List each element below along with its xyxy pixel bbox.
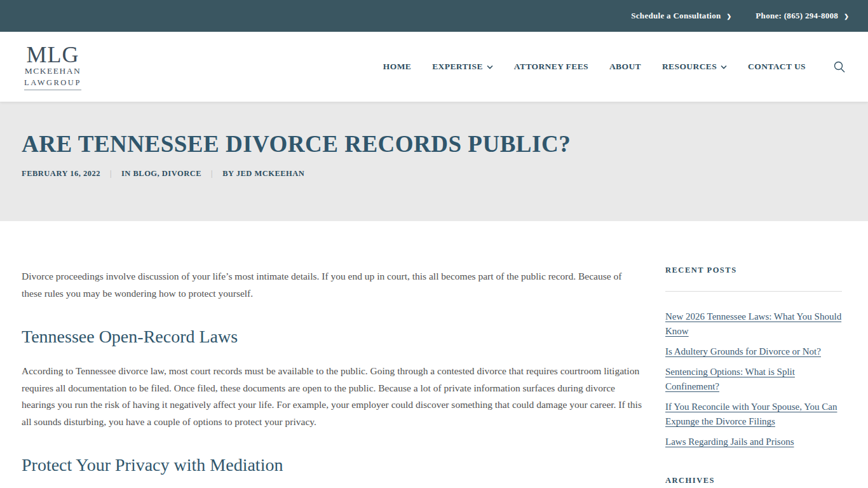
search-icon[interactable]: [833, 60, 846, 73]
recent-posts-heading: RECENT POSTS: [665, 266, 842, 275]
page-title-band: ARE TENNESSEE DIVORCE RECORDS PUBLIC? FE…: [0, 102, 868, 221]
nav-label: RESOURCES: [662, 62, 717, 72]
nav-label: ABOUT: [609, 62, 641, 72]
phone-link[interactable]: Phone: (865) 294-8008 ❯: [756, 11, 849, 21]
nav-label: ATTORNEY FEES: [514, 62, 588, 72]
section-heading-mediation: Protect Your Privacy with Mediation: [22, 454, 642, 476]
nav-label: HOME: [383, 62, 411, 72]
meta-separator: |: [211, 169, 213, 179]
schedule-consultation-link[interactable]: Schedule a Consultation ❯: [631, 11, 731, 21]
section-heading-open-record-laws: Tennessee Open-Record Laws: [22, 326, 642, 348]
recent-post-link[interactable]: New 2026 Tennessee Laws: What You Should…: [665, 309, 842, 339]
logo-initials: MLG: [24, 44, 81, 65]
archives-heading: ARCHIVES: [665, 476, 842, 485]
logo-name-line: MCKEEHAN: [24, 65, 81, 76]
phone-label: Phone: (865) 294-8008: [756, 11, 838, 21]
nav-item-resources[interactable]: RESOURCES: [662, 62, 727, 72]
chevron-down-icon: [721, 65, 727, 69]
arrow-right-icon: ❯: [727, 13, 732, 20]
post-date: FEBRUARY 16, 2022: [22, 169, 100, 179]
sidebar: RECENT POSTS New 2026 Tennessee Laws: Wh…: [665, 221, 842, 488]
site-header: MLG MCKEEHAN LAWGROUP HOME EXPERTISE ATT…: [0, 32, 868, 102]
nav-item-expertise[interactable]: EXPERTISE: [432, 62, 493, 72]
meta-separator: |: [110, 169, 112, 179]
schedule-consultation-label: Schedule a Consultation: [631, 11, 721, 21]
content-area: Divorce proceedings involve discussion o…: [0, 221, 868, 488]
arrow-right-icon: ❯: [844, 13, 849, 20]
nav-label: CONTACT US: [748, 62, 806, 72]
recent-post-link[interactable]: Is Adultery Grounds for Divorce or Not?: [665, 344, 842, 359]
page-title: ARE TENNESSEE DIVORCE RECORDS PUBLIC?: [22, 130, 846, 158]
post-author-link[interactable]: BY JED MCKEEHAN: [222, 169, 304, 179]
recent-post-link[interactable]: Laws Regarding Jails and Prisons: [665, 435, 842, 449]
sidebar-divider: [665, 291, 842, 292]
nav-item-home[interactable]: HOME: [383, 62, 411, 72]
logo-group-line: LAWGROUP: [24, 78, 81, 90]
chevron-down-icon: [487, 65, 493, 69]
topbar: Schedule a Consultation ❯ Phone: (865) 2…: [0, 0, 868, 32]
nav-item-attorney-fees[interactable]: ATTORNEY FEES: [514, 62, 588, 72]
nav-label: EXPERTISE: [432, 62, 483, 72]
site-logo[interactable]: MLG MCKEEHAN LAWGROUP: [24, 44, 81, 90]
post-categories-link[interactable]: IN BLOG, DIVORCE: [121, 169, 201, 179]
main-nav: HOME EXPERTISE ATTORNEY FEES ABOUT RESOU…: [383, 60, 846, 73]
article-intro-paragraph: Divorce proceedings involve discussion o…: [22, 268, 642, 302]
nav-item-about[interactable]: ABOUT: [609, 62, 641, 72]
post-meta: FEBRUARY 16, 2022 | IN BLOG, DIVORCE | B…: [22, 169, 846, 179]
article-section1-paragraph: According to Tennessee divorce law, most…: [22, 363, 642, 430]
article-body: Divorce proceedings involve discussion o…: [22, 221, 642, 488]
recent-post-link[interactable]: If You Reconcile with Your Spouse, You C…: [665, 400, 842, 429]
nav-item-contact-us[interactable]: CONTACT US: [748, 62, 806, 72]
recent-post-link[interactable]: Sentencing Options: What is Split Confin…: [665, 365, 842, 394]
